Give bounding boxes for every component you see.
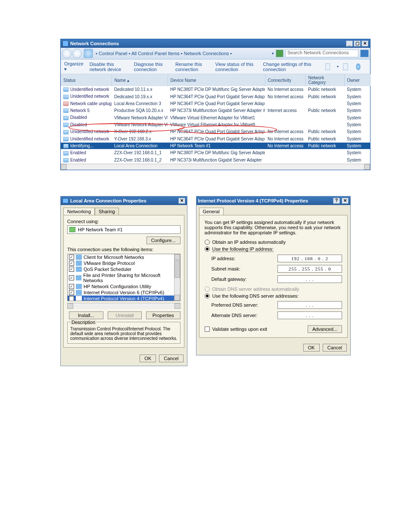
alternate-dns-field[interactable]: . . .: [277, 311, 342, 319]
connection-row[interactable]: DisabledVMware Network Adapter VMn...VMw…: [61, 114, 370, 121]
close-button[interactable]: ✕: [342, 198, 349, 204]
list-item[interactable]: ✓Internet Protocol Version 6 (TCP/IPv6): [68, 289, 180, 296]
item-label: HP Network Configuration Utility: [84, 284, 151, 289]
minimize-button[interactable]: _: [346, 40, 353, 47]
item-checkbox[interactable]: ✓: [69, 261, 74, 266]
install-button[interactable]: Install...: [69, 311, 103, 319]
col-owner[interactable]: Owner: [344, 74, 370, 86]
titlebar[interactable]: Internet Protocol Version 4 (TCP/IPv4) P…: [196, 196, 350, 205]
col-networkcategory[interactable]: Network Category: [305, 74, 344, 86]
properties-button[interactable]: Properties: [146, 311, 181, 319]
items-listbox[interactable]: ✓Client for Microsoft Networks✓VMware Br…: [67, 254, 181, 301]
connection-row[interactable]: DisabledVMware Network Adapter VMn...VMw…: [61, 121, 370, 128]
ok-button[interactable]: OK: [303, 344, 320, 352]
connection-row[interactable]: Unidentified networkX-Over 192.168.2.xHP…: [61, 128, 370, 135]
refresh-button[interactable]: [276, 50, 283, 57]
help-icon[interactable]: [356, 63, 361, 70]
item-checkbox[interactable]: ✓: [69, 296, 74, 301]
connection-row[interactable]: Identifying...Local Area ConnectionHP Ne…: [61, 142, 370, 149]
uninstall-button[interactable]: Uninstall: [108, 311, 142, 319]
item-checkbox[interactable]: ✓: [69, 275, 74, 280]
scroll-down-button[interactable]: [174, 295, 180, 301]
connection-row[interactable]: Unidentified networkDedicated 10.19.x.xH…: [61, 93, 370, 100]
view-dropdown-icon[interactable]: ▾: [337, 65, 339, 68]
cancel-button[interactable]: Cancel: [159, 355, 183, 362]
cmd-diagnose[interactable]: Diagnose this connection: [134, 62, 169, 72]
list-item[interactable]: ✓QoS Packet Scheduler: [68, 266, 180, 272]
connection-row[interactable]: Network 5Productive SQA 10.20.x.xHP NC37…: [61, 107, 370, 114]
cell-name: VMware Network Adapter VMn...: [112, 121, 168, 128]
item-checkbox[interactable]: ✓: [69, 267, 74, 272]
listbox-scrollbar[interactable]: [174, 254, 180, 301]
connection-row[interactable]: Unidentified networkDedicated 10.11.x.xH…: [61, 86, 370, 93]
help-button[interactable]: ?: [333, 198, 340, 204]
close-button[interactable]: ✕: [361, 40, 368, 47]
default-gateway-field[interactable]: . . .: [277, 275, 342, 283]
validate-checkbox[interactable]: [205, 327, 210, 332]
scroll-right-button[interactable]: [364, 164, 370, 170]
preferred-dns-field[interactable]: . . .: [277, 301, 342, 309]
adapter-field[interactable]: HP Network Team #1: [67, 225, 181, 234]
connection-row[interactable]: Network cable unpluggedLocal Area Connec…: [61, 100, 370, 107]
listbox-hscroll[interactable]: [67, 303, 181, 309]
tab-networking[interactable]: Networking: [63, 208, 95, 215]
connection-row[interactable]: Unidentified networkY-Over 192.168.3.xHP…: [61, 135, 370, 142]
connection-row[interactable]: EnabledZ2X-Over 192.168.0.1_1HP NC380T P…: [61, 149, 370, 156]
search-input[interactable]: Search Network Connections: [285, 50, 358, 57]
titlebar[interactable]: Network Connections _ ▢ ✕: [61, 39, 370, 48]
cancel-button[interactable]: Cancel: [323, 344, 347, 352]
breadcrumb-dropdown[interactable]: ▾: [272, 51, 274, 56]
scroll-right-button[interactable]: [174, 303, 181, 309]
col-devicename[interactable]: Device Name: [168, 74, 265, 86]
up-icon[interactable]: [84, 49, 93, 58]
titlebar[interactable]: Local Area Connection Properties ✕: [61, 196, 187, 205]
item-checkbox[interactable]: ✓: [69, 284, 74, 289]
preview-pane-icon[interactable]: [343, 63, 348, 70]
radio-auto-ip[interactable]: [205, 240, 210, 245]
list-item[interactable]: ✓HP Network Configuration Utility: [68, 283, 180, 289]
breadcrumb[interactable]: • Control Panel • All Control Panel Item…: [96, 51, 232, 56]
ok-button[interactable]: OK: [140, 355, 156, 362]
search-button[interactable]: [360, 50, 369, 57]
cell-connectivity: [265, 100, 305, 107]
component-icon: [76, 284, 82, 289]
item-checkbox[interactable]: ✓: [69, 255, 74, 260]
tab-general[interactable]: General: [199, 208, 224, 215]
nav-forward-button[interactable]: [72, 49, 82, 58]
nav-back-button[interactable]: [62, 49, 72, 58]
scroll-left-button[interactable]: [61, 164, 67, 170]
cmd-rename[interactable]: Rename this connection: [175, 62, 209, 72]
horizontal-scrollbar[interactable]: [61, 164, 370, 170]
list-item[interactable]: ✓Internet Protocol Version 4 (TCP/IPv4): [68, 296, 180, 301]
view-options-icon[interactable]: [325, 63, 330, 70]
subnet-mask-field[interactable]: 255 . 255 . 255 . 0: [277, 265, 342, 273]
scroll-thumb[interactable]: [174, 261, 180, 278]
close-button[interactable]: ✕: [178, 198, 185, 204]
scroll-track[interactable]: [67, 164, 364, 170]
tab-sharing[interactable]: Sharing: [95, 208, 119, 215]
scroll-up-button[interactable]: [174, 254, 180, 260]
connection-row[interactable]: EnabledZ2X-Over 192.168.0.1_2HP NC373i M…: [61, 156, 370, 163]
radio-use-dns[interactable]: [205, 293, 210, 299]
list-item[interactable]: ✓Client for Microsoft Networks: [68, 254, 180, 260]
col-status[interactable]: Status: [61, 74, 112, 86]
item-checkbox[interactable]: ✓: [69, 290, 74, 295]
cmd-viewstatus[interactable]: View status of this connection: [215, 62, 257, 72]
configure-button[interactable]: Configure...: [146, 236, 181, 244]
cmd-disable[interactable]: Disable this network device: [90, 62, 128, 72]
scroll-left-button[interactable]: [67, 303, 73, 309]
ip-address-field[interactable]: 192 . 168 . 0 . 2: [277, 255, 342, 262]
cell-category: [305, 121, 344, 128]
col-connectivity[interactable]: Connectivity: [265, 74, 305, 86]
maximize-button[interactable]: ▢: [354, 40, 361, 47]
radio-use-ip[interactable]: [205, 246, 210, 252]
list-item[interactable]: ✓VMware Bridge Protocol: [68, 260, 180, 266]
component-icon: [76, 261, 82, 266]
connection-icon: [63, 87, 68, 92]
scroll-track[interactable]: [73, 303, 174, 309]
advanced-button[interactable]: Advanced...: [308, 325, 342, 333]
cmd-changesettings[interactable]: Change settings of this connection: [263, 62, 311, 72]
list-item[interactable]: ✓File and Printer Sharing for Microsoft …: [68, 272, 180, 283]
organize-menu[interactable]: Organize ▾: [64, 61, 84, 72]
col-name[interactable]: Name ▴: [112, 74, 168, 86]
